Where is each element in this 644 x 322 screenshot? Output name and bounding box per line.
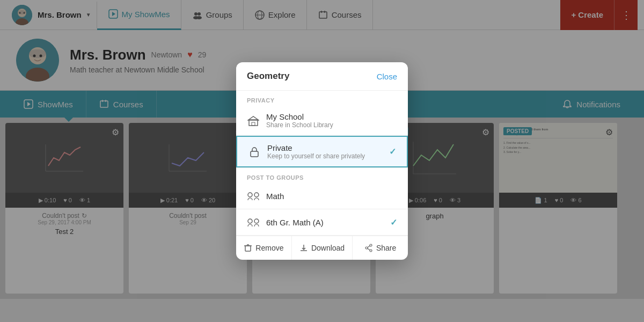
my-school-subtitle: Share in School Library [266,121,397,129]
group-icon-6th [247,216,260,229]
trash-icon [244,244,252,252]
svg-point-54 [365,247,368,249]
my-school-title: My School [266,112,397,121]
group-6th-math[interactable]: 6th Gr. Math (A) ✓ [236,209,408,236]
svg-point-46 [248,193,252,197]
remove-label: Remove [255,244,283,252]
my-school-text: My School Share in School Library [266,112,397,129]
lock-icon [248,145,261,158]
share-button[interactable]: Share [353,236,408,260]
group-math[interactable]: Math [236,183,408,209]
dialog-overlay: Geometry Close PRIVACY My School Share i… [0,0,644,322]
svg-rect-45 [251,151,258,157]
dialog-close-button[interactable]: Close [377,72,397,81]
svg-line-56 [368,246,370,247]
svg-line-57 [368,248,370,250]
school-icon [247,114,260,127]
svg-rect-44 [252,122,255,126]
dialog-footer: Remove Download Share [236,236,408,260]
privacy-section-label: PRIVACY [236,91,408,106]
svg-point-48 [248,219,252,223]
group-math-label: Math [266,192,397,201]
group-6th-label: 6th Gr. Math (A) [266,218,384,227]
svg-point-47 [254,193,259,197]
private-title: Private [267,143,383,152]
privacy-option-private[interactable]: Private Keep to yourself or share privat… [236,136,408,167]
dialog-title: Geometry [247,71,289,82]
download-button[interactable]: Download [292,236,353,260]
download-label: Download [311,244,345,252]
svg-rect-50 [245,246,251,251]
dialog: Geometry Close PRIVACY My School Share i… [236,62,408,260]
svg-point-49 [254,219,259,223]
svg-point-53 [370,244,372,246]
share-icon [364,244,373,252]
download-icon [299,244,308,252]
remove-button[interactable]: Remove [236,236,292,260]
share-label: Share [376,244,396,252]
private-text: Private Keep to yourself or share privat… [267,143,383,160]
private-check-icon: ✓ [389,147,396,157]
svg-point-55 [370,250,372,252]
private-subtitle: Keep to yourself or share privately [267,152,383,160]
group-icon-math [247,189,260,202]
dialog-header: Geometry Close [236,62,408,91]
group-6th-check-icon: ✓ [390,217,397,228]
groups-section-label: POST TO GROUPS [236,168,408,183]
privacy-option-my-school[interactable]: My School Share in School Library [236,106,408,136]
